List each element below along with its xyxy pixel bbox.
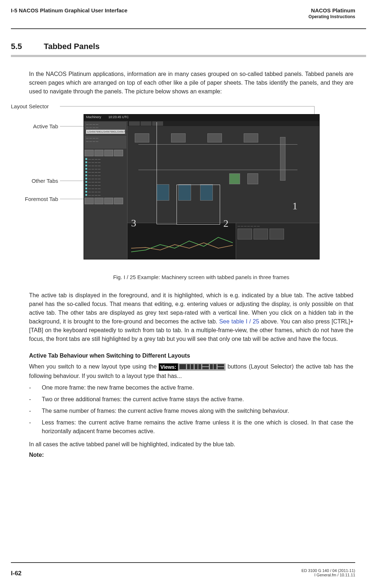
main-tab [129,121,140,126]
list-content: One more frame: the new frame becomes th… [42,383,353,392]
list-content: Less frames: the current active frame re… [42,418,353,436]
footer-meta: ED 3100 G 140 / 04 (2011-11) I General.f… [301,568,355,577]
screenshot-sidebar: — — — — — — — — 123456789012345678901234… [84,121,127,259]
clock: 10:23:45 UTC [109,115,129,120]
layout-icon-split-h [202,364,209,369]
layout-icon-single [179,364,186,369]
list-item: - Less frames: the current active frame … [0,415,377,436]
list-item: — — — — [85,161,126,164]
callout-box [177,185,220,225]
embedded-screenshot: Machinery 10:23:45 UTC — — — — — — — — 1… [84,114,320,259]
schem-component [244,133,258,142]
schem-tank [280,137,285,181]
schem-valve [229,173,240,184]
list-item: — — — — [85,190,126,193]
callout-line [60,106,314,106]
doc-type: Operating Instructions [308,14,355,19]
thumb [104,198,113,204]
schem-pipe [138,170,297,170]
list-item: — — — — [85,180,126,184]
section-heading: 5.5 Tabbed Panels [0,29,377,53]
layout-icon-split-v [187,364,194,369]
schem-component [171,133,186,142]
doc-id: ED 3100 G 140 / 04 (2011-11) [301,568,355,573]
thumb [114,198,123,204]
region-marker-1: 1 [292,200,297,212]
figure-caption: Fig. I / 25 Example: Machinery screen wi… [11,274,355,280]
list-item: — — — — [85,177,126,180]
callout-layout-selector: Layout Selector [11,103,58,109]
schem-pipe [138,144,297,145]
list-marker: - [29,418,42,436]
switch-paragraph: When you switch to a new layout type usi… [0,359,377,380]
file-info: I General.fm / 10.11.11 [301,573,355,577]
thumb-strip [85,198,126,204]
list-item: — — — — [85,170,126,174]
section-title: Tabbed Panels [44,42,100,51]
sidebar-input: 12345678901234567890123456789 [86,130,125,134]
schem-pump [157,184,169,201]
chart-zone: 2 — — — — — — — 3 [127,223,319,259]
sidebar-block: — — — —— — — — [85,136,126,149]
callout-other-tabs: Other Tabs [18,178,58,184]
region-marker-2: 2 [223,218,228,229]
thumb [85,150,94,156]
list-marker: - [29,383,42,392]
trend-line-icon [131,230,233,255]
screenshot-body: — — — — — — — — 123456789012345678901234… [84,121,319,259]
header-right: NACOS Platinum Operating Instructions [308,7,355,19]
list-item: - One more frame: the new frame becomes … [0,380,377,392]
sidebar-list: — — — — — — — — — — — — — — — — — — — — … [85,157,126,197]
cross-reference-link[interactable]: See table I / 25 [219,318,259,325]
detail-panel: — — — — — — — 3 [236,223,319,259]
layout-icon-triple-v [195,364,201,369]
page-header: I-5 NACOS Platinum Graphical User Interf… [0,0,377,23]
switch-para-pre: When you switch to a new layout type usi… [29,363,159,370]
schem-component [207,133,222,142]
list-content: The same number of frames: the current a… [42,407,353,415]
trend-chart: 2 [127,223,236,259]
callout-active-tab: Active Tab [18,123,58,129]
schem-valve [247,173,258,184]
thumb-strip [85,150,126,156]
screenshot-topbar: Machinery 10:23:45 UTC [84,114,319,121]
main-paragraph: The active tab is displayed in the foreg… [0,280,377,343]
callout-indicator [157,122,157,224]
list-marker: - [29,407,42,415]
section-number: 5.5 [11,42,22,51]
screenshot-main: 1 2 — — — — — — — [127,121,319,259]
header-left: I-5 NACOS Platinum Graphical User Interf… [11,7,127,19]
list-item: — — — — [85,157,126,161]
intro-paragraph: In the NACOS Platinum applications, info… [0,57,377,96]
thumb [94,198,104,204]
list-item: - The same number of frames: the current… [0,404,377,415]
list-item: - Two or three additional frames: the cu… [0,392,377,404]
product-name: NACOS Platinum [308,7,355,13]
main-tab [152,121,163,126]
thumb [114,150,123,156]
list-item: — — — — [85,164,126,167]
page-number: I-62 [11,570,21,577]
list-item: — — — — [85,187,126,190]
sidebar-block: — — — — — — — — 123456789012345678901234… [85,122,126,134]
schem-component [135,133,149,142]
callout-indicator [157,224,177,224]
subheading: Active Tab Behaviour when Switching to D… [0,343,377,359]
list-content: Two or three additional frames: the curr… [42,395,353,404]
layout-icon-quad [210,364,216,369]
list-item: — — — — [85,167,126,170]
thumb [104,150,113,156]
callout-line-v [314,106,315,114]
app-title: Machinery [86,115,101,120]
list-item: — — — — [85,184,126,187]
views-label-graphic: Views: [159,363,178,371]
list-item: — — — — [85,174,126,177]
callout-line [60,126,84,126]
page-footer: I-62 ED 3100 G 140 / 04 (2011-11) I Gene… [11,562,355,577]
thumb [94,150,104,156]
list-marker: - [29,395,42,404]
region-marker-3: 3 [131,217,136,229]
callout-foremost-tab: Foremost Tab [13,196,58,202]
layout-icon-mixed [218,364,224,369]
thumb [85,198,94,204]
